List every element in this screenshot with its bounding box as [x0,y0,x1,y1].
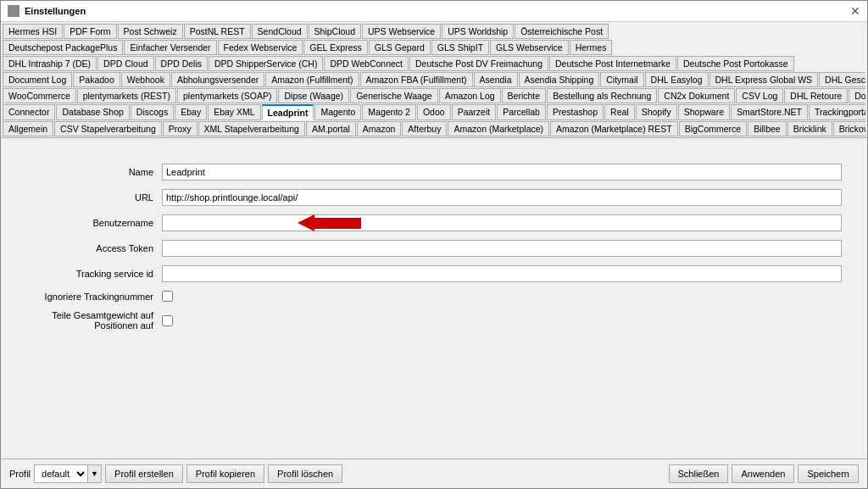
tab-real[interactable]: Real [604,104,635,120]
tab-shopify[interactable]: Shopify [636,104,677,120]
tab-berichte[interactable]: Berichte [502,88,547,103]
tab-amazon-marketplace-rest[interactable]: Amazon (Marketplace) REST [550,121,678,136]
ignoriere-trackingnummer-checkbox[interactable] [162,291,173,302]
tab-postnl-rest[interactable]: PostNL REST [184,24,251,39]
tab-gls-webservice[interactable]: GLS Webservice [490,40,569,55]
tab-brickowi[interactable]: Brickowi [833,121,865,136]
delete-profile-button[interactable]: Profil löschen [268,464,342,483]
tab-dhl-easylog[interactable]: DHL Easylog [645,72,709,87]
url-input[interactable] [162,189,842,206]
tab-dp-portokasse[interactable]: Deutsche Post Portokasse [677,56,794,71]
tab-dipse-waage[interactable]: Dipse (Waage) [278,88,349,103]
tab-gls-gepard[interactable]: GLS Gepard [369,40,431,55]
tab-dhl-express-global[interactable]: DHL Express Global WS [709,72,819,87]
tab-generische-waage[interactable]: Generische Waage [350,88,438,103]
tab-bestellung-rechnung[interactable]: Bestellung als Rechnung [547,88,657,103]
tab-database-shop[interactable]: Database Shop [56,104,129,120]
teile-gesamtgewicht-row: Teile Gesamtgewicht auf Positionen auf [26,310,842,331]
tabs-row-7: Allgemein CSV Stapelverarbeitung Proxy X… [3,121,865,136]
tab-amazon-fulfillment[interactable]: Amazon (Fulfillment) [265,72,359,87]
apply-button[interactable]: Anwenden [732,464,794,483]
tab-amazon-log[interactable]: Amazon Log [439,88,501,103]
tab-dpd-webconnect[interactable]: DPD WebConnect [324,56,409,71]
tracking-service-input[interactable] [162,265,842,282]
tab-ebay-xml[interactable]: Ebay XML [208,104,260,120]
tab-abholungsversender[interactable]: Abholungsversender [171,72,264,87]
tab-ebay[interactable]: Ebay [175,104,207,120]
close-window-button[interactable]: ✕ [850,4,860,18]
tab-connector[interactable]: Connector [3,104,55,120]
tab-dpd-cloud[interactable]: DPD Cloud [97,56,154,71]
tab-allgemein[interactable]: Allgemein [3,121,53,136]
name-input[interactable] [162,164,842,181]
tab-plentymarkets-soap[interactable]: plentymarkets (SOAP) [177,88,277,103]
tab-einfacher-versender[interactable]: Einfacher Versender [124,40,216,55]
tab-gel-express[interactable]: GEL Express [303,40,367,55]
tab-smartstore[interactable]: SmartStore.NET [731,104,808,120]
tab-dpd-delis[interactable]: DPD Delis [155,56,208,71]
tab-post-schweiz[interactable]: Post Schweiz [118,24,183,39]
tab-discogs[interactable]: Discogs [131,104,174,120]
url-label: URL [26,192,162,203]
tab-xml-stapel[interactable]: XML Stapelverarbeitung [198,121,305,136]
tab-csv-log[interactable]: CSV Log [736,88,783,103]
tab-amazon[interactable]: Amazon [357,121,402,136]
tab-fedex-webservice[interactable]: Fedex Webservice [218,40,303,55]
tab-deutschepost-packageplus[interactable]: Deutschepost PackagePlus [3,40,123,55]
tab-pdf-form[interactable]: PDF Form [64,24,116,39]
tab-billbee[interactable]: Billbee [748,121,787,136]
tab-ups-webservice[interactable]: UPS Webservice [362,24,441,39]
tab-pakadoo[interactable]: Pakadoo [73,72,120,87]
tab-asendia-shipping[interactable]: Asendia Shipping [519,72,600,87]
tab-am-portal[interactable]: AM.portal [306,121,356,136]
tab-document-downloader[interactable]: Document Downloader [849,88,865,103]
tab-amazon-marketplace[interactable]: Amazon (Marketplace) [448,121,549,136]
tab-paarzeit[interactable]: Paarzeit [452,104,497,120]
tab-parcellab[interactable]: Parcellab [497,104,546,120]
profile-select[interactable]: default [35,465,87,482]
tab-afterbuy[interactable]: Afterbuy [402,121,447,136]
tab-osterreichische-post[interactable]: Österreichische Post [515,24,609,39]
tab-document-log[interactable]: Document Log [3,72,72,87]
tab-hermes[interactable]: Hermes [570,40,613,55]
tab-shipcloud[interactable]: ShipCloud [309,24,361,39]
tab-dhl-retoure[interactable]: DHL Retoure [784,88,848,103]
tab-proxy[interactable]: Proxy [163,121,198,136]
tab-citymail[interactable]: Citymail [600,72,643,87]
tab-csv-stapel[interactable]: CSV Stapelverarbeitung [54,121,162,136]
tab-gls-shipit[interactable]: GLS ShipIT [431,40,489,55]
tab-odoo[interactable]: Odoo [417,104,451,120]
tab-magento[interactable]: Magento [314,104,361,120]
tab-leadprint[interactable]: Leadprint [262,104,314,120]
tab-dhl-intraship[interactable]: DHL Intraship 7 (DE) [3,56,97,71]
close-button[interactable]: Schließen [669,464,729,483]
window-title: Einstellungen [25,6,86,16]
tab-magento2[interactable]: Magento 2 [362,104,416,120]
tab-dpd-shipperservice[interactable]: DPD ShipperService (CH) [209,56,323,71]
access-token-input[interactable] [162,240,842,257]
tab-sendcloud[interactable]: SendCloud [252,24,308,39]
content-area: Name URL Benutzername Access Token [1,138,867,458]
tab-bricklink[interactable]: Bricklink [787,121,832,136]
tab-amazon-fba[interactable]: Amazon FBA (Fulfillment) [360,72,473,87]
save-button[interactable]: Speichern [798,464,859,483]
tab-shopware[interactable]: Shopware [678,104,730,120]
tab-webhook[interactable]: Webhook [121,72,170,87]
tab-dp-freimachung[interactable]: Deutsche Post DV Freimachung [409,56,548,71]
tab-dp-internetmarke[interactable]: Deutsche Post Internetmarke [549,56,676,71]
profile-dropdown-icon[interactable]: ▼ [87,465,101,482]
teile-gesamtgewicht-checkbox[interactable] [162,315,173,326]
tab-woocommerce[interactable]: WooCommerce [3,88,76,103]
tab-trackingportal[interactable]: Trackingportal [809,104,865,120]
tab-prestashop[interactable]: Prestashop [547,104,604,120]
tab-bigcommerce[interactable]: BigCommerce [679,121,748,136]
tab-cn2x-dokument[interactable]: CN2x Dokument [658,88,735,103]
tab-dhl-geschaeftskunden[interactable]: DHL Geschäftskundenversand [819,72,865,87]
tab-hermes-hsi[interactable]: Hermes HSI [3,24,63,39]
create-profile-button[interactable]: Profil erstellen [105,464,183,483]
copy-profile-button[interactable]: Profil kopieren [186,464,264,483]
tab-asendia[interactable]: Asendia [474,72,518,87]
benutzername-input[interactable] [162,214,842,231]
tab-plentymarkets-rest[interactable]: plentymarkets (REST) [77,88,176,103]
tab-ups-worldship[interactable]: UPS Worldship [442,24,514,39]
